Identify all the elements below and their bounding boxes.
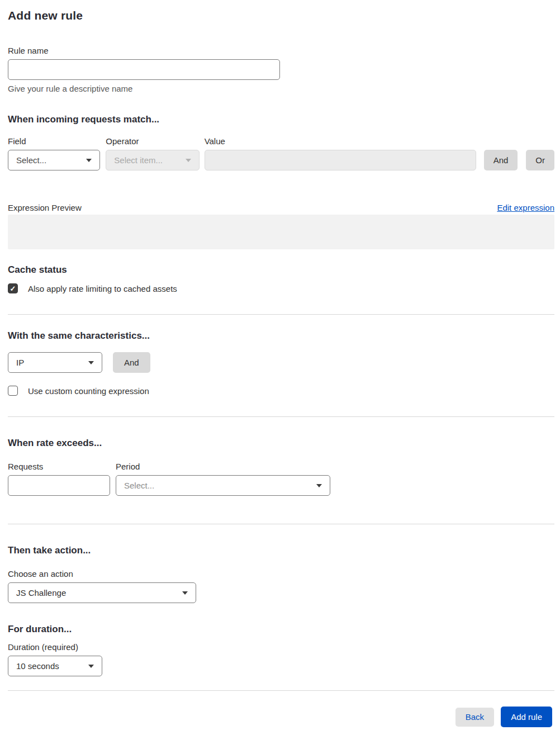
action-select[interactable]: JS Challenge [8,582,196,603]
rule-name-helper: Give your rule a descriptive name [8,84,554,93]
period-select[interactable]: Select... [116,475,330,496]
cache-checkbox-label: Also apply rate limiting to cached asset… [28,284,177,293]
match-section-heading: When incoming requests match... [8,114,554,125]
operator-label: Operator [106,136,199,146]
operator-select-value: Select item... [114,155,163,165]
custom-counting-checkbox-label: Use custom counting expression [28,386,149,396]
field-select[interactable]: Select... [8,150,100,170]
add-rule-form: Add new rule Rule name Give your rule a … [0,0,560,727]
period-select-value: Select... [124,481,154,490]
back-button[interactable]: Back [455,708,494,727]
match-controls-row: Field Select... Operator Select item... … [8,136,554,170]
duration-group: Duration (required) 10 seconds [8,642,554,676]
chevron-down-icon [88,361,94,364]
value-input [205,150,476,170]
action-group: Choose an action JS Challenge [8,569,554,603]
section-divider [8,416,554,417]
chevron-down-icon [316,484,322,487]
add-rule-button[interactable]: Add rule [501,707,552,727]
operator-select: Select item... [106,150,199,170]
characteristics-section-heading: With the same characteristics... [8,330,554,342]
duration-select[interactable]: 10 seconds [8,656,102,676]
duration-label: Duration (required) [8,642,554,652]
expression-preview-box [8,215,554,249]
custom-counting-checkbox-row: Use custom counting expression [8,386,554,396]
or-button[interactable]: Or [526,150,554,170]
cache-checkbox-row: ✓ Also apply rate limiting to cached ass… [8,283,554,293]
check-icon: ✓ [10,285,16,292]
expression-preview-label: Expression Preview [8,203,82,212]
custom-counting-checkbox[interactable] [8,386,18,396]
footer-divider [8,690,554,691]
characteristics-controls-row: IP And [8,352,554,373]
value-label: Value [205,136,476,146]
action-select-value: JS Challenge [16,588,66,598]
characteristics-and-button[interactable]: And [113,352,150,373]
footer-actions: Back Add rule [8,707,554,727]
rate-section-heading: When rate exceeds... [8,438,554,449]
section-divider [8,314,554,315]
field-label: Field [8,136,100,146]
edit-expression-link[interactable]: Edit expression [497,203,554,212]
requests-label: Requests [8,462,110,471]
characteristic-select[interactable]: IP [8,352,102,373]
field-select-value: Select... [16,155,46,165]
chevron-down-icon [88,665,94,668]
rule-name-label: Rule name [8,46,554,55]
page-title: Add new rule [8,9,554,22]
rule-name-group: Rule name Give your rule a descriptive n… [8,46,554,93]
action-label: Choose an action [8,569,554,579]
cache-section-heading: Cache status [8,264,554,276]
chevron-down-icon [86,159,92,162]
duration-select-value: 10 seconds [16,661,59,671]
chevron-down-icon [182,591,188,595]
duration-section-heading: For duration... [8,624,554,635]
characteristic-select-value: IP [16,358,24,367]
action-section-heading: Then take action... [8,545,554,556]
requests-input[interactable] [8,475,110,496]
rate-controls-row: Requests Period Select... [8,462,554,496]
period-label: Period [116,462,330,471]
and-button[interactable]: And [484,150,518,170]
chevron-down-icon [186,159,191,162]
cache-checkbox[interactable]: ✓ [8,283,18,293]
rule-name-input[interactable] [8,59,280,80]
section-divider [8,524,554,524]
expression-preview-header: Expression Preview Edit expression [8,203,554,212]
